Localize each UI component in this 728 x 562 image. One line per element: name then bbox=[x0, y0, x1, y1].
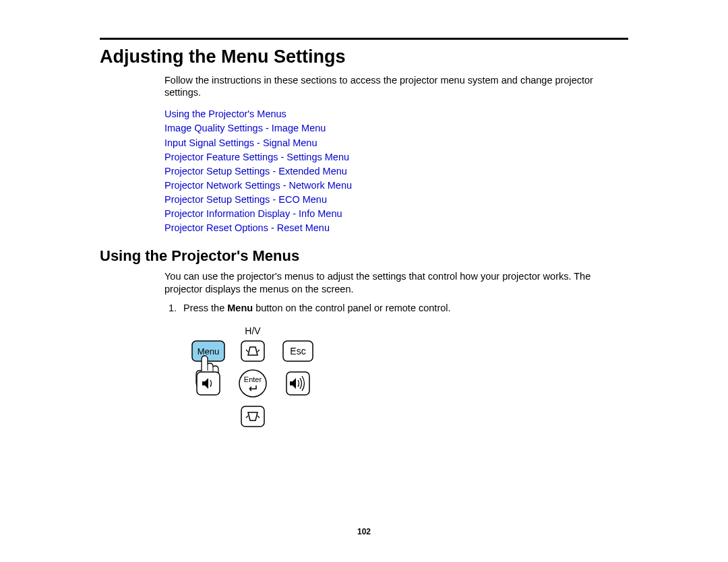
section-heading: Using the Projector's Menus bbox=[100, 247, 628, 265]
volume-up-button-icon bbox=[286, 372, 309, 395]
svg-text:Enter: Enter bbox=[244, 375, 262, 383]
section-intro-paragraph: You can use the projector's menus to adj… bbox=[164, 270, 628, 294]
step-1-text-pre: Press the bbox=[183, 303, 227, 313]
link-projector-setup-extended[interactable]: Projector Setup Settings - Extended Menu bbox=[164, 165, 628, 177]
keystone-up-button-icon bbox=[241, 341, 264, 361]
toc-link-list: Using the Projector's Menus Image Qualit… bbox=[164, 108, 628, 234]
svg-text:Esc: Esc bbox=[290, 346, 305, 356]
step-1-text-post: button on the control panel or remote co… bbox=[253, 303, 450, 313]
svg-rect-2 bbox=[241, 341, 264, 361]
esc-button-icon: Esc bbox=[283, 341, 313, 361]
page-title: Adjusting the Menu Settings bbox=[100, 46, 628, 67]
link-projector-setup-eco[interactable]: Projector Setup Settings - ECO Menu bbox=[164, 193, 628, 206]
keystone-down-button-icon bbox=[241, 406, 264, 427]
steps-list: Press the Menu button on the control pan… bbox=[164, 302, 628, 314]
link-projector-info-display[interactable]: Projector Information Display - Info Men… bbox=[164, 208, 628, 220]
link-projector-reset-options[interactable]: Projector Reset Options - Reset Menu bbox=[164, 222, 628, 234]
step-1: Press the Menu button on the control pan… bbox=[179, 302, 628, 314]
intro-paragraph: Follow the instructions in these section… bbox=[164, 74, 628, 98]
menu-button-icon: Menu bbox=[192, 341, 224, 361]
svg-rect-9 bbox=[241, 406, 264, 427]
page-number: 102 bbox=[0, 527, 728, 536]
svg-text:Menu: Menu bbox=[198, 346, 220, 356]
link-input-signal-settings[interactable]: Input Signal Settings - Signal Menu bbox=[164, 137, 628, 149]
hv-label: H/V bbox=[245, 325, 261, 336]
step-1-text-bold: Menu bbox=[227, 303, 253, 313]
control-panel-figure: H/V Menu bbox=[189, 325, 628, 449]
link-using-projectors-menus[interactable]: Using the Projector's Menus bbox=[164, 108, 628, 120]
link-projector-feature-settings[interactable]: Projector Feature Settings - Settings Me… bbox=[164, 151, 628, 163]
svg-point-6 bbox=[239, 370, 266, 397]
link-image-quality-settings[interactable]: Image Quality Settings - Image Menu bbox=[164, 122, 628, 134]
link-projector-network-settings[interactable]: Projector Network Settings - Network Men… bbox=[164, 179, 628, 191]
enter-button-icon: Enter bbox=[239, 370, 266, 397]
horizontal-rule bbox=[100, 38, 628, 40]
volume-down-button-icon bbox=[197, 372, 220, 395]
